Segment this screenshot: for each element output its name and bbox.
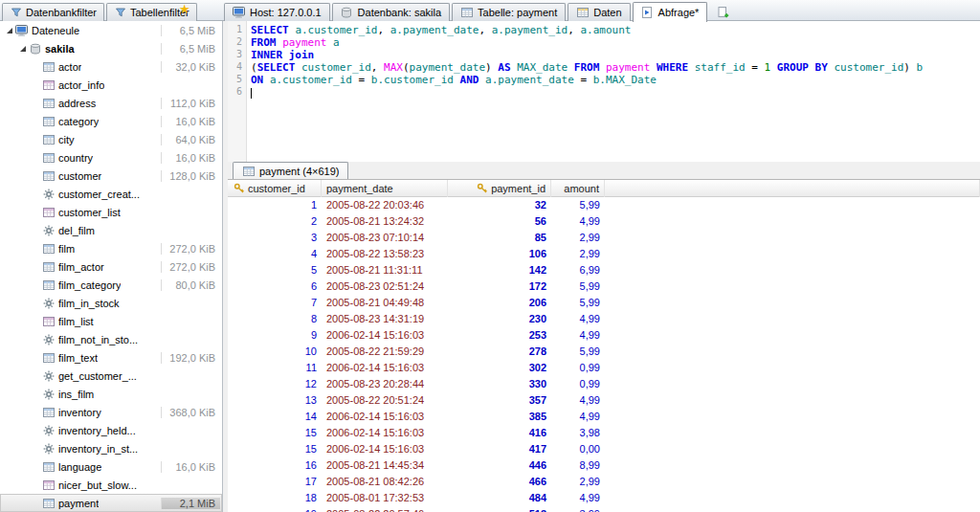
column-header-amount[interactable]: amount [551, 180, 605, 197]
cell-payment_id[interactable]: 206 [448, 295, 551, 311]
filter-tab-database-filter[interactable]: Datenbankfilter [2, 3, 104, 21]
cell-payment_date[interactable]: 2005-08-23 02:51:24 [322, 278, 448, 295]
sql-line-2[interactable]: FROM payment a [251, 36, 980, 49]
cell-payment_date[interactable]: 2005-08-22 20:03:46 [322, 197, 448, 213]
cell-customer_id[interactable]: 3 [228, 230, 322, 246]
sql-line-4[interactable]: (SELECT customer_id, MAX(payment_date) A… [251, 61, 980, 74]
tab-database[interactable]: Datenbank: sakila [332, 3, 450, 21]
sql-line-5[interactable]: ON a.customer_id = b.customer_id AND a.p… [251, 74, 980, 86]
cell-amount[interactable]: 4,99 [551, 490, 605, 506]
cell-amount[interactable]: 0,00 [551, 441, 605, 457]
cell-customer_id[interactable]: 15 [228, 441, 322, 457]
table-row[interactable]: 132005-08-22 20:51:243574,99 [228, 392, 980, 409]
table-row[interactable]: 12005-08-22 20:03:46325,99 [228, 197, 980, 213]
tree-item-inventory_held[interactable]: inventory_held... [0, 421, 222, 439]
cell-amount[interactable]: 8,99 [551, 457, 605, 474]
cell-amount[interactable]: 3,99 [551, 506, 605, 512]
table-row[interactable]: 52005-08-21 11:31:111426,99 [228, 262, 980, 278]
cell-amount[interactable]: 5,99 [551, 295, 605, 311]
favorites-star-icon[interactable]: ★ [179, 2, 190, 16]
cell-amount[interactable]: 2,99 [551, 474, 605, 490]
cell-amount[interactable]: 5,99 [551, 197, 605, 213]
expander-icon[interactable] [17, 46, 29, 52]
table-row[interactable]: 152006-02-14 15:16:034170,00 [228, 441, 980, 457]
table-row[interactable]: 42005-08-22 13:58:231062,99 [228, 246, 980, 262]
cell-amount[interactable]: 4,99 [551, 392, 605, 409]
tree-item-country[interactable]: country16,0 KiB [0, 148, 222, 167]
cell-customer_id[interactable]: 7 [228, 295, 322, 311]
tree-item-Dateneule[interactable]: Dateneule6,5 MiB [0, 21, 222, 39]
cell-amount[interactable]: 2,99 [551, 230, 605, 246]
tree-item-del_film[interactable]: del_film [0, 221, 222, 239]
tree-item-payment[interactable]: payment2,1 MiB [0, 494, 222, 512]
table-row[interactable]: 32005-08-23 07:10:14852,99 [228, 230, 980, 246]
cell-amount[interactable]: 0,99 [551, 376, 605, 392]
cell-payment_id[interactable]: 253 [448, 327, 551, 344]
cell-customer_id[interactable]: 12 [228, 376, 322, 392]
cell-amount[interactable]: 5,99 [551, 278, 605, 295]
table-row[interactable]: 172005-08-21 08:42:264662,99 [228, 474, 980, 490]
cell-amount[interactable]: 4,99 [551, 327, 605, 344]
cell-customer_id[interactable]: 14 [228, 409, 322, 425]
cell-payment_date[interactable]: 2005-08-01 17:32:53 [322, 490, 448, 506]
cell-customer_id[interactable]: 18 [228, 490, 322, 506]
cell-customer_id[interactable]: 11 [228, 360, 322, 376]
tree-item-film_category[interactable]: film_category80,0 KiB [0, 276, 222, 294]
table-row[interactable]: 62005-08-23 02:51:241725,99 [228, 278, 980, 295]
cell-payment_id[interactable]: 302 [448, 360, 551, 376]
cell-payment_id[interactable]: 513 [448, 506, 551, 512]
cell-amount[interactable]: 3,98 [551, 425, 605, 441]
cell-amount[interactable]: 4,99 [551, 409, 605, 425]
sql-line-3[interactable]: INNER join [251, 49, 980, 61]
tree-item-inventory[interactable]: inventory368,0 KiB [0, 403, 222, 421]
cell-payment_date[interactable]: 2005-08-22 20:57:46 [322, 506, 448, 512]
tab-host[interactable]: Host: 127.0.0.1 [224, 3, 330, 21]
cell-customer_id[interactable]: 13 [228, 392, 322, 409]
cell-customer_id[interactable]: 10 [228, 344, 322, 360]
tree-item-ins_film[interactable]: ins_film [0, 385, 222, 403]
cell-payment_id[interactable]: 172 [448, 278, 551, 295]
cell-customer_id[interactable]: 9 [228, 327, 322, 344]
cell-payment_id[interactable]: 106 [448, 246, 551, 262]
cell-amount[interactable]: 2,99 [551, 246, 605, 262]
cell-customer_id[interactable]: 5 [228, 262, 322, 278]
cell-amount[interactable]: 4,99 [551, 213, 605, 230]
cell-amount[interactable]: 4,99 [551, 311, 605, 327]
cell-payment_date[interactable]: 2006-02-14 15:16:03 [322, 409, 448, 425]
cell-payment_id[interactable]: 32 [448, 197, 551, 213]
cell-payment_id[interactable]: 230 [448, 311, 551, 327]
tree-item-film_list[interactable]: film_list [0, 312, 222, 330]
cell-customer_id[interactable]: 16 [228, 457, 322, 474]
sql-editor[interactable]: 123456 SELECT a.customer_id, a.payment_d… [228, 21, 980, 162]
cell-payment_date[interactable]: 2006-02-14 15:16:03 [322, 441, 448, 457]
table-row[interactable]: 22005-08-21 13:24:32564,99 [228, 213, 980, 230]
cell-amount[interactable]: 0,99 [551, 360, 605, 376]
tree-item-film[interactable]: film272,0 KiB [0, 239, 222, 257]
table-row[interactable]: 72005-08-21 04:49:482065,99 [228, 295, 980, 311]
cell-payment_date[interactable]: 2005-08-23 14:31:19 [322, 311, 448, 327]
table-row[interactable]: 92006-02-14 15:16:032534,99 [228, 327, 980, 344]
tree-item-film_actor[interactable]: film_actor272,0 KiB [0, 257, 222, 276]
tree-item-get_customer_[interactable]: get_customer_... [0, 367, 222, 385]
table-row[interactable]: 192005-08-22 20:57:465133,99 [228, 506, 980, 512]
cell-payment_id[interactable]: 56 [448, 213, 551, 230]
tree-item-film_text[interactable]: film_text192,0 KiB [0, 348, 222, 367]
cell-payment_date[interactable]: 2005-08-22 20:51:24 [322, 392, 448, 409]
result-tab-payment[interactable]: payment (4×619) [233, 162, 348, 179]
cell-amount[interactable]: 5,99 [551, 344, 605, 360]
cell-payment_date[interactable]: 2005-08-21 14:45:34 [322, 457, 448, 474]
table-row[interactable]: 182005-08-01 17:32:534844,99 [228, 490, 980, 506]
tree-item-customer[interactable]: customer128,0 KiB [0, 167, 222, 185]
column-header-payment_id[interactable]: payment_id [448, 180, 551, 197]
cell-customer_id[interactable]: 6 [228, 278, 322, 295]
tree-item-customer_list[interactable]: customer_list [0, 203, 222, 221]
cell-payment_date[interactable]: 2005-08-22 13:58:23 [322, 246, 448, 262]
sql-code[interactable]: SELECT a.customer_id, a.payment_date, a.… [251, 24, 980, 162]
table-row[interactable]: 152006-02-14 15:16:034163,98 [228, 425, 980, 441]
tab-query[interactable]: Abfrage* [633, 2, 708, 22]
cell-payment_id[interactable]: 446 [448, 457, 551, 474]
tree-item-language[interactable]: language16,0 KiB [0, 457, 222, 476]
cell-customer_id[interactable]: 4 [228, 246, 322, 262]
cell-customer_id[interactable]: 2 [228, 213, 322, 230]
column-header-customer_id[interactable]: customer_id [228, 180, 322, 197]
